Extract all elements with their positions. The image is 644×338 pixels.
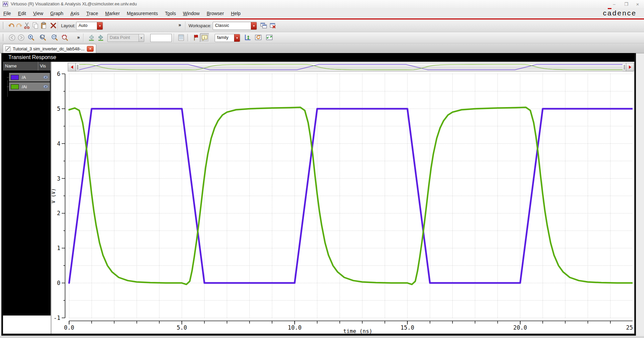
layout-label: Layout: [61,23,75,28]
family-combo-arrow-icon[interactable]: ▼ [234,34,240,42]
tab-icon [5,46,10,51]
menu-tools[interactable]: Tools [165,11,176,16]
signal-row[interactable]: /Ai [9,82,50,91]
menu-graph[interactable]: Graph [50,11,63,16]
status-strip [0,336,644,338]
svg-text:i: i [204,35,205,39]
signal-name: /Ai [22,84,27,89]
workspace-combo[interactable]: Classic ▼ [213,22,257,30]
menu-measurements[interactable]: Measurements [127,11,158,16]
close-button[interactable]: × [632,1,643,7]
visibility-eye-icon[interactable] [43,85,48,88]
toolbar-overflow[interactable]: » [178,22,181,28]
window-title: Virtuoso (R) Visualization & Analysis XL… [11,1,137,6]
svg-text:1: 1 [57,245,60,251]
svg-text:5.0: 5.0 [177,324,187,331]
overview-track[interactable] [79,63,623,71]
svg-text:5: 5 [57,105,60,112]
svg-text:20.0: 20.0 [513,324,527,331]
graph-swap-icon[interactable] [265,34,273,42]
vis-column-header: Vis [40,63,46,68]
menu-items: FileEditViewGraphAxisTraceMarkerMeasurem… [3,10,248,16]
zoom-in-icon[interactable] [27,34,35,42]
scroll-grip-right[interactable] [623,63,626,71]
back-icon[interactable] [8,34,16,42]
zoom-fit-icon[interactable] [61,34,69,42]
svg-text:0.0: 0.0 [64,324,74,331]
redo-icon[interactable] [15,21,23,30]
mode-combo-arrow-icon[interactable]: ▼ [139,34,144,42]
restore-button[interactable]: ❐ [621,1,632,7]
layout-combo[interactable]: Auto ▼ [76,22,103,30]
menu-trace[interactable]: Trace [86,11,98,16]
delete-icon[interactable] [49,21,57,30]
family-combo[interactable]: family ▼ [215,34,240,42]
trace-color-swatch [11,84,19,89]
zoom-xy-icon[interactable]: 2 [39,34,47,42]
mouse-mode-combo[interactable]: Data Point ▼ [107,34,144,42]
toolbar-grip[interactable] [187,34,190,41]
menu-marker[interactable]: Marker [105,11,120,16]
zoom-out-icon[interactable]: 2 [51,34,59,42]
paste-icon[interactable] [40,21,48,30]
titlebar: Virtuoso (R) Visualization & Analysis XL… [0,0,644,8]
cascade-windows-icon[interactable] [260,21,268,30]
toolbar-separator [83,34,84,42]
overview-scrollbar[interactable] [68,63,634,71]
menu-edit[interactable]: Edit [18,11,26,16]
visibility-eye-icon[interactable] [43,76,48,79]
left-arrow-icon [71,65,73,69]
virtuoso-window: Virtuoso (R) Visualization & Analysis XL… [0,0,644,338]
signal-name: /A [22,75,26,80]
toolbar-grip[interactable] [3,22,5,29]
graph-refresh-icon[interactable] [254,34,262,42]
toolbar-zoom: 2 2 » Data Point ▼ i family ▼ [0,32,644,43]
toolbar-main: Layout: Auto ▼ » Workspace: Classic ▼ [0,19,644,32]
graph-yaxes-icon[interactable] [244,34,252,42]
forward-icon[interactable] [17,34,25,42]
tree-line [7,81,8,97]
scroll-grip-left[interactable] [76,63,79,71]
toolbar-grip[interactable] [3,34,5,41]
layout-combo-arrow-icon[interactable]: ▼ [97,22,103,30]
cut-icon[interactable] [23,21,31,30]
copy-icon[interactable] [32,21,40,30]
cadence-logo: cadence [603,9,637,17]
tab-close-icon[interactable]: × [87,46,94,52]
menu-window[interactable]: Window [183,11,200,16]
svg-text:4: 4 [57,140,60,147]
toolbar-overflow[interactable]: » [77,35,80,40]
pan-right-icon[interactable] [97,34,105,42]
menu-axis[interactable]: Axis [70,11,79,16]
point-value-field[interactable] [150,34,172,42]
svg-text:25.0: 25.0 [626,324,633,331]
column-divider [38,62,38,70]
flag-icon[interactable] [192,34,200,42]
svg-text:V (V): V (V) [52,188,56,203]
menu-file[interactable]: File [3,11,11,16]
delete-workspace-icon[interactable] [269,21,277,30]
pan-left-icon[interactable] [87,34,95,42]
plot-zone: -10123456V (V)0.05.010.015.020.025.0time… [52,62,633,334]
name-column-header: Name [5,63,17,68]
toolbar-separator [174,34,174,42]
svg-text:3: 3 [57,175,60,182]
calculator-icon[interactable] [177,34,185,42]
svg-text:0: 0 [57,280,60,286]
svg-text:2: 2 [55,35,57,37]
scroll-left-button[interactable] [68,63,76,71]
app-icon [3,1,8,7]
scroll-right-button[interactable] [626,63,634,71]
label-bubble-icon[interactable]: i [200,33,209,42]
signal-row[interactable]: /A [9,73,50,82]
tabbar: Tutorial_3 sim_inverter_dc_lab548-... × [0,43,644,53]
tab-active[interactable]: Tutorial_3 sim_inverter_dc_lab548-... × [3,44,96,53]
undo-icon[interactable] [7,21,15,30]
trace-color-swatch [11,75,19,80]
menu-view[interactable]: View [33,11,43,16]
minimize-button[interactable]: – [608,1,620,7]
workspace-combo-arrow-icon[interactable]: ▼ [251,22,257,30]
menu-help[interactable]: Help [231,11,241,16]
menu-browser[interactable]: Browser [207,11,224,16]
transient-plot: -10123456V (V)0.05.010.015.020.025.0time… [52,71,633,334]
